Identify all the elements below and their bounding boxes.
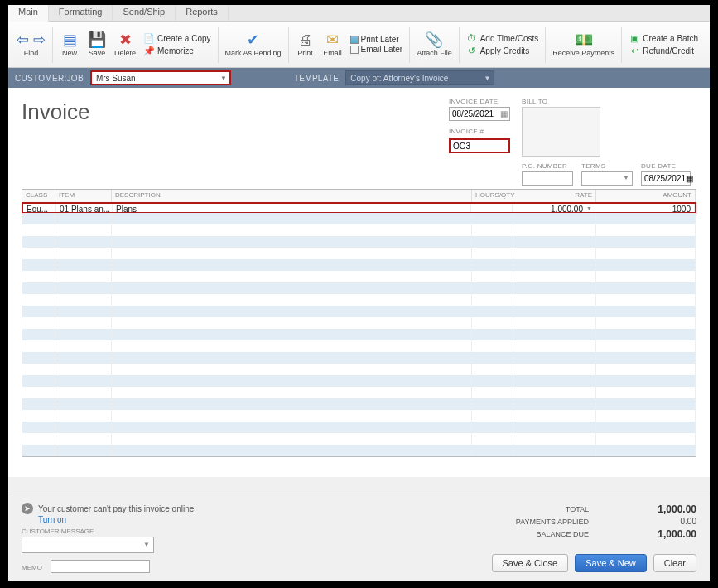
refund-credit-button[interactable]: ↩Refund/Credit (629, 45, 698, 56)
memo-label: MEMO (22, 564, 42, 571)
table-row[interactable] (22, 422, 696, 433)
paperclip-icon: 📎 (425, 31, 443, 48)
save-button[interactable]: 💾 Save (84, 30, 110, 59)
print-button[interactable]: 🖨 Print (292, 30, 319, 59)
table-row[interactable] (22, 248, 696, 259)
bill-to-textarea[interactable] (522, 107, 600, 157)
invoice-date-label: INVOICE DATE (449, 98, 510, 105)
due-date-input[interactable]: 08/25/2021▦ (641, 171, 691, 186)
table-row[interactable] (22, 410, 696, 422)
table-row[interactable] (22, 317, 696, 329)
cell-class[interactable]: Equ...▼ (23, 204, 56, 212)
tab-sendship[interactable]: Send/Ship (113, 5, 176, 21)
table-row[interactable] (22, 445, 696, 456)
arrows-icon: ⇦ ⇨ (17, 31, 46, 48)
create-copy-button[interactable]: 📄Create a Copy (143, 32, 210, 44)
new-button[interactable]: ▤ New (56, 30, 83, 59)
tab-reports[interactable]: Reports (176, 5, 229, 21)
delete-button[interactable]: ✖ Delete (111, 30, 139, 59)
info-icon: ➤ (22, 503, 33, 514)
due-date-label: DUE DATE (641, 162, 691, 170)
template-select[interactable]: Copy of: Attorney's Invoice▼ (345, 70, 494, 85)
invoice-no-label: INVOICE # (449, 128, 510, 135)
cell-amount[interactable]: 1000 (595, 204, 695, 212)
col-amount[interactable]: AMOUNT (596, 190, 696, 202)
create-batch-button[interactable]: ▣Create a Batch (629, 32, 698, 44)
customer-bar: CUSTOMER:JOB Mrs Susan▼ TEMPLATE Copy of… (8, 68, 710, 88)
table-row[interactable] (22, 340, 696, 352)
table-row[interactable] (22, 387, 696, 398)
chevron-down-icon: ▼ (220, 75, 227, 82)
footer: ➤ Your customer can't pay this invoice o… (8, 494, 710, 581)
email-button[interactable]: ✉ Email (320, 30, 346, 59)
col-rate[interactable]: RATE (513, 190, 596, 202)
table-row[interactable] (22, 329, 696, 340)
toolbar: ⇦ ⇨ Find ▤ New 💾 Save ✖ Delete 📄Create a… (8, 22, 710, 68)
customer-job-select[interactable]: Mrs Susan▼ (90, 70, 231, 85)
add-time-costs-button[interactable]: ⏱Add Time/Costs (466, 32, 539, 44)
mark-pending-button[interactable]: ✔ Mark As Pending (222, 30, 285, 59)
terms-select[interactable]: ▼ (581, 171, 633, 186)
chevron-down-icon: ▼ (623, 174, 629, 181)
table-row[interactable]: Equ...▼ 01 Plans an...▼ Plans 1,000.00▼ … (22, 202, 696, 214)
table-row[interactable] (22, 352, 696, 364)
po-number-label: P.O. NUMBER (522, 162, 573, 170)
col-description[interactable]: DESCRIPTION (112, 190, 472, 202)
chevron-down-icon: ▼ (586, 205, 592, 211)
print-icon: 🖨 (298, 31, 313, 48)
cell-description[interactable]: Plans (113, 204, 471, 212)
invoice-date-input[interactable]: 08/25/2021▦ (449, 107, 510, 121)
check-icon: ✔ (247, 31, 259, 48)
balance-due-label: BALANCE DUE (498, 530, 589, 538)
totals: TOTAL1,000.00 PAYMENTS APPLIED0.00 BALAN… (498, 503, 696, 540)
table-row[interactable] (22, 398, 696, 410)
chevron-down-icon: ▼ (484, 75, 490, 82)
col-class[interactable]: CLASS (22, 190, 55, 202)
email-later-checkbox[interactable]: Email Later (350, 45, 403, 54)
total-value: 1,000.00 (630, 504, 696, 515)
attach-file-button[interactable]: 📎 Attach File (413, 30, 455, 59)
table-row[interactable] (22, 306, 696, 317)
calendar-icon[interactable]: ▦ (500, 109, 508, 118)
table-row[interactable] (22, 213, 696, 224)
tab-main[interactable]: Main (8, 5, 49, 22)
table-row[interactable] (22, 364, 696, 375)
cell-item[interactable]: 01 Plans an...▼ (56, 204, 113, 212)
save-icon: 💾 (88, 31, 106, 48)
table-row[interactable] (22, 259, 696, 271)
tabstrip: Main Formatting Send/Ship Reports (8, 5, 710, 22)
table-row[interactable] (22, 224, 696, 236)
customer-message-select[interactable]: ▼ (22, 537, 154, 553)
cell-hours[interactable] (471, 204, 513, 212)
delete-icon: ✖ (119, 31, 132, 48)
save-new-button[interactable]: Save & New (575, 554, 647, 572)
table-row[interactable] (22, 375, 696, 387)
table-row[interactable] (22, 271, 696, 282)
payments-icon: 💵 (575, 31, 593, 48)
invoice-form: Invoice INVOICE DATE 08/25/2021▦ INVOICE… (8, 88, 710, 477)
balance-due-value: 1,000.00 (630, 528, 696, 540)
cell-rate[interactable]: 1,000.00▼ (513, 204, 595, 212)
po-number-input[interactable] (522, 171, 573, 186)
find-button[interactable]: ⇦ ⇨ Find (13, 30, 49, 59)
invoice-no-input[interactable]: OO3 (449, 138, 510, 153)
email-icon: ✉ (326, 31, 339, 48)
bill-to-label: BILL TO (522, 98, 600, 105)
print-later-checkbox[interactable]: Print Later (350, 35, 403, 44)
receive-payments-button[interactable]: 💵 Receive Payments (549, 30, 618, 59)
table-row[interactable] (22, 236, 696, 248)
tab-formatting[interactable]: Formatting (49, 5, 113, 21)
calendar-icon[interactable]: ▦ (686, 174, 693, 183)
table-row[interactable] (22, 282, 696, 294)
table-row[interactable] (22, 294, 696, 306)
table-row[interactable] (22, 433, 696, 445)
memorize-button[interactable]: 📌Memorize (143, 45, 210, 56)
col-hours-qty[interactable]: HOURS/QTY (472, 190, 513, 202)
clear-button[interactable]: Clear (653, 554, 696, 572)
payments-applied-label: PAYMENTS APPLIED (498, 518, 589, 526)
apply-credits-button[interactable]: ↺Apply Credits (466, 45, 539, 56)
save-close-button[interactable]: Save & Close (492, 554, 569, 572)
customer-job-label: CUSTOMER:JOB (15, 74, 84, 83)
memo-input[interactable] (51, 560, 150, 573)
col-item[interactable]: ITEM (55, 190, 112, 202)
